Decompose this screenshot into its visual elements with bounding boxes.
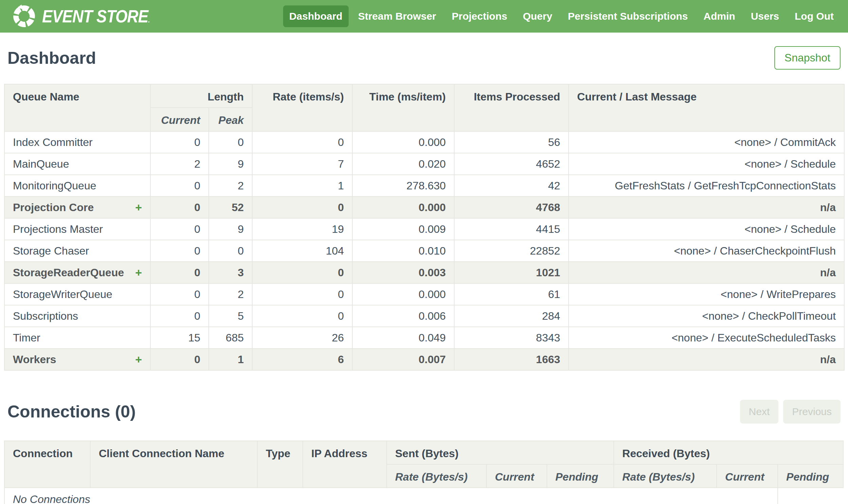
- expand-plus-icon[interactable]: +: [135, 266, 142, 279]
- previous-button[interactable]: Previous: [783, 400, 841, 424]
- queue-length-current: 2: [150, 153, 209, 175]
- table-row-monitoringqueue: MonitoringQueue 0 2 1 278.630 42 GetFres…: [4, 175, 844, 197]
- page-header: Dashboard Snapshot: [7, 46, 841, 70]
- queue-rate: 6: [252, 348, 353, 370]
- col-header-received-pending: Pending: [778, 464, 843, 488]
- queue-length-peak: 1: [209, 348, 252, 370]
- queue-items-processed: 22852: [454, 240, 569, 262]
- queue-time: 0.006: [353, 305, 454, 327]
- col-header-connection: Connection: [4, 441, 90, 488]
- queue-message: <none> / Schedule: [569, 218, 844, 240]
- queue-items-processed: 1663: [454, 348, 569, 370]
- connections-table: Connection Client Connection Name Type I…: [4, 440, 844, 504]
- queue-length-current: 0: [150, 218, 209, 240]
- queue-items-processed: 4652: [454, 153, 569, 175]
- queue-length-peak: 9: [209, 218, 252, 240]
- col-header-client-connection-name: Client Connection Name: [90, 441, 257, 488]
- table-row-no-connections: No Connections: [4, 488, 843, 504]
- queue-name: StorageWriterQueue: [13, 288, 112, 301]
- queue-message: GetFreshStats / GetFreshTcpConnectionSta…: [569, 175, 844, 197]
- snapshot-button[interactable]: Snapshot: [774, 46, 841, 70]
- queue-stats-table: Queue Name Length Rate (items/s) Time (m…: [4, 84, 845, 371]
- col-header-items-processed: Items Processed: [454, 84, 569, 131]
- col-header-type: Type: [257, 441, 303, 488]
- no-connections-message: No Connections: [4, 488, 778, 504]
- queue-time: 0.007: [353, 348, 454, 370]
- table-row-storagereaderqueue[interactable]: StorageReaderQueue+ 0 3 0 0.003 1021 n/a: [4, 262, 844, 283]
- queue-time: 278.630: [353, 175, 454, 197]
- queue-items-processed: 4768: [454, 197, 569, 218]
- queue-rate: 0: [252, 197, 353, 218]
- queue-items-processed: 284: [454, 305, 569, 327]
- col-header-sent-pending: Pending: [547, 464, 614, 488]
- connections-table-header: Connection Client Connection Name Type I…: [4, 441, 843, 488]
- queue-name: MainQueue: [13, 158, 69, 170]
- queue-length-current: 0: [150, 348, 209, 370]
- table-row-index-committer: Index Committer 0 0 0 0.000 56 <none> / …: [4, 131, 844, 153]
- col-header-rate: Rate (items/s): [252, 84, 353, 131]
- connections-header: Connections (0) Next Previous: [7, 400, 841, 424]
- queue-time: 0.020: [353, 153, 454, 175]
- queue-name: Index Committer: [13, 136, 93, 149]
- col-header-length: Length: [150, 84, 252, 108]
- queue-time: 0.000: [353, 283, 454, 305]
- nav-item-log-out[interactable]: Log Out: [789, 5, 840, 27]
- table-row-projection-core[interactable]: Projection Core+ 0 52 0 0.000 4768 n/a: [4, 197, 844, 218]
- queue-message: <none> / CheckPollTimeout: [569, 305, 844, 327]
- nav-item-admin[interactable]: Admin: [697, 5, 741, 27]
- queue-table-header: Queue Name Length Rate (items/s) Time (m…: [4, 84, 844, 131]
- col-header-received-rate: Rate (Bytes/s): [614, 464, 717, 488]
- queue-name: Timer: [13, 331, 40, 344]
- queue-rate: 26: [252, 327, 353, 348]
- queue-length-peak: 685: [209, 327, 252, 348]
- nav-item-persistent-subscriptions[interactable]: Persistent Subscriptions: [562, 5, 694, 27]
- col-header-received-bytes: Received (Bytes): [614, 441, 843, 464]
- queue-length-current: 15: [150, 327, 209, 348]
- connections-title: Connections (0): [7, 402, 136, 421]
- queue-message: <none> / ExecuteScheduledTasks: [569, 327, 844, 348]
- event-store-logo-icon: [12, 4, 37, 29]
- queue-rate: 104: [252, 240, 353, 262]
- queue-message: <none> / CommitAck: [569, 131, 844, 153]
- queue-length-peak: 3: [209, 262, 252, 283]
- empty-cell: [778, 488, 843, 504]
- queue-rate: 0: [252, 305, 353, 327]
- table-row-storage-chaser: Storage Chaser 0 0 104 0.010 22852 <none…: [4, 240, 844, 262]
- nav-item-stream-browser[interactable]: Stream Browser: [352, 5, 442, 27]
- queue-length-peak: 0: [209, 131, 252, 153]
- queue-items-processed: 4415: [454, 218, 569, 240]
- queue-length-current: 0: [150, 305, 209, 327]
- brand: EVENT STORE.: [12, 4, 164, 29]
- queue-length-peak: 9: [209, 153, 252, 175]
- nav-item-users[interactable]: Users: [745, 5, 785, 27]
- queue-length-current: 0: [150, 131, 209, 153]
- queue-rate: 0: [252, 262, 353, 283]
- queue-message: <none> / ChaserCheckpointFlush: [569, 240, 844, 262]
- queue-time: 0.009: [353, 218, 454, 240]
- queue-time: 0.000: [353, 197, 454, 218]
- queue-rate: 0: [252, 131, 353, 153]
- nav-item-dashboard[interactable]: Dashboard: [283, 5, 349, 27]
- table-row-workers[interactable]: Workers+ 0 1 6 0.007 1663 n/a: [4, 348, 844, 370]
- col-header-sent-current: Current: [486, 464, 547, 488]
- next-button[interactable]: Next: [740, 400, 779, 424]
- col-header-length-current: Current: [150, 108, 209, 131]
- main-content: Dashboard Snapshot Queue Name Length Rat…: [0, 46, 848, 504]
- nav-item-query[interactable]: Query: [517, 5, 558, 27]
- expand-plus-icon[interactable]: +: [135, 353, 142, 366]
- page-title: Dashboard: [7, 48, 96, 68]
- col-header-message: Current / Last Message: [569, 84, 844, 131]
- table-row-projections-master: Projections Master 0 9 19 0.009 4415 <no…: [4, 218, 844, 240]
- queue-message: n/a: [569, 197, 844, 218]
- col-header-time: Time (ms/item): [353, 84, 454, 131]
- nav-item-projections[interactable]: Projections: [446, 5, 513, 27]
- col-header-ip-address: IP Address: [303, 441, 387, 488]
- queue-length-peak: 2: [209, 283, 252, 305]
- queue-length-peak: 2: [209, 175, 252, 197]
- queue-time: 0.049: [353, 327, 454, 348]
- expand-plus-icon[interactable]: +: [135, 201, 142, 214]
- queue-length-current: 0: [150, 197, 209, 218]
- queue-message: <none> / Schedule: [569, 153, 844, 175]
- queue-length-current: 0: [150, 175, 209, 197]
- table-row-storagewriterqueue: StorageWriterQueue 0 2 0 0.000 61 <none>…: [4, 283, 844, 305]
